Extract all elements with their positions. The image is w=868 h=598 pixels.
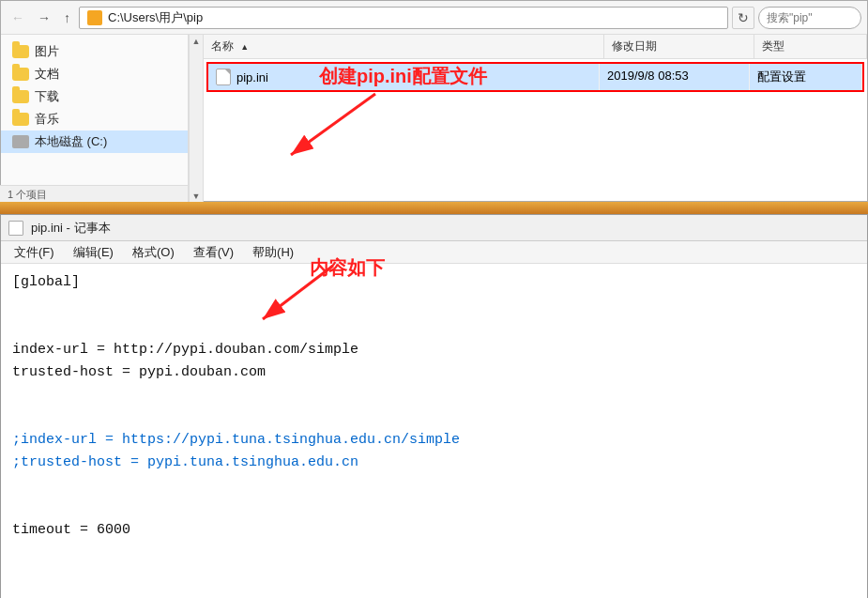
status-text: 1 个项目 xyxy=(8,189,47,200)
editor-line-5: trusted-host = pypi.douban.com xyxy=(12,361,856,384)
forward-button[interactable]: → xyxy=(33,8,55,27)
address-text: C:\Users\用户\pip xyxy=(108,9,203,26)
sidebar-item-documents[interactable]: 文档 xyxy=(1,63,188,85)
menu-view[interactable]: 查看(V) xyxy=(184,242,243,263)
file-name: pip.ini xyxy=(236,70,268,84)
sidebar-label-downloads: 下载 xyxy=(35,88,59,105)
explorer-content: 图片 文档 下载 音乐 本地磁盘 (C:) ▲ ▼ xyxy=(1,35,867,203)
col-modified[interactable]: 修改日期 xyxy=(604,35,754,58)
folder-icon xyxy=(12,90,29,103)
editor-line-12: timeout = 6000 xyxy=(12,519,856,542)
menu-help[interactable]: 帮助(H) xyxy=(243,242,303,263)
editor-line-8: ;index-url = https://pypi.tuna.tsinghua.… xyxy=(12,429,856,452)
editor-line-9: ;trusted-host = pypi.tuna.tsinghua.edu.c… xyxy=(12,452,856,474)
search-input[interactable] xyxy=(758,7,861,29)
back-button[interactable]: ← xyxy=(7,8,29,27)
col-type[interactable]: 类型 xyxy=(754,35,867,58)
folder-icon xyxy=(87,10,102,25)
sidebar-label-pictures: 图片 xyxy=(35,43,59,60)
sidebar-item-downloads[interactable]: 下载 xyxy=(1,85,188,108)
sidebar-item-music[interactable]: 音乐 xyxy=(1,108,188,130)
menu-edit[interactable]: 编辑(E) xyxy=(64,242,123,263)
hdd-icon xyxy=(12,135,29,148)
refresh-button[interactable]: ↻ xyxy=(732,7,754,29)
editor-line-2 xyxy=(12,294,856,316)
sidebar-item-pictures[interactable]: 图片 xyxy=(1,40,188,63)
file-modified: 2019/9/8 08:53 xyxy=(600,64,750,90)
scroll-up-arrow[interactable]: ▲ xyxy=(192,37,201,46)
file-list-header: 名称 ▲ 修改日期 类型 xyxy=(204,35,867,59)
editor-line-6 xyxy=(12,384,856,406)
notepad-titlebar: pip.ini - 记事本 xyxy=(1,215,867,241)
editor-line-4: index-url = http://pypi.douban.com/simpl… xyxy=(12,339,856,361)
editor-line-11 xyxy=(12,497,856,519)
menu-format[interactable]: 格式(O) xyxy=(123,242,184,263)
sort-arrow: ▲ xyxy=(240,42,249,52)
explorer-toolbar: ← → ↑ C:\Users\用户\pip ↻ xyxy=(1,1,867,35)
file-name-cell: pip.ini xyxy=(208,64,600,90)
editor-line-7 xyxy=(12,406,856,429)
up-button[interactable]: ↑ xyxy=(59,8,75,27)
notepad-title: pip.ini - 记事本 xyxy=(31,220,111,237)
explorer-window: ← → ↑ C:\Users\用户\pip ↻ 图片 文档 下载 xyxy=(0,0,868,202)
sidebar-label-music: 音乐 xyxy=(35,111,59,128)
scroll-arrows: ▲ ▼ xyxy=(189,35,204,203)
menu-file[interactable]: 文件(F) xyxy=(5,242,64,263)
address-bar[interactable]: C:\Users\用户\pip xyxy=(79,7,728,29)
editor-line-1: [global] xyxy=(12,271,856,294)
col-name[interactable]: 名称 ▲ xyxy=(204,35,604,58)
folder-icon xyxy=(12,45,29,58)
notepad-editor[interactable]: [global] index-url = http://pypi.douban.… xyxy=(1,264,867,598)
file-type: 配置设置 xyxy=(750,64,862,90)
folder-icon xyxy=(12,113,29,126)
taskbar-strip xyxy=(0,202,868,214)
scroll-down-arrow[interactable]: ▼ xyxy=(192,192,201,201)
explorer-sidebar: 图片 文档 下载 音乐 本地磁盘 (C:) xyxy=(1,35,189,203)
table-row[interactable]: pip.ini 2019/9/8 08:53 配置设置 xyxy=(206,62,864,92)
notepad-menubar: 文件(F) 编辑(E) 格式(O) 查看(V) 帮助(H) xyxy=(1,241,867,264)
sidebar-item-localdisk[interactable]: 本地磁盘 (C:) xyxy=(1,130,188,153)
ini-file-icon xyxy=(216,69,231,85)
sidebar-label-documents: 文档 xyxy=(35,66,59,83)
editor-line-10 xyxy=(12,474,856,497)
folder-icon xyxy=(12,68,29,81)
editor-line-3 xyxy=(12,316,856,339)
notepad-icon xyxy=(8,221,23,236)
sidebar-label-localdisk: 本地磁盘 (C:) xyxy=(35,133,107,150)
explorer-status-bar: 1 个项目 xyxy=(0,185,188,202)
file-list: 名称 ▲ 修改日期 类型 pip.ini 2019/9/8 08:53 配置设置 xyxy=(204,35,867,203)
notepad-window: pip.ini - 记事本 文件(F) 编辑(E) 格式(O) 查看(V) 帮助… xyxy=(0,214,868,598)
